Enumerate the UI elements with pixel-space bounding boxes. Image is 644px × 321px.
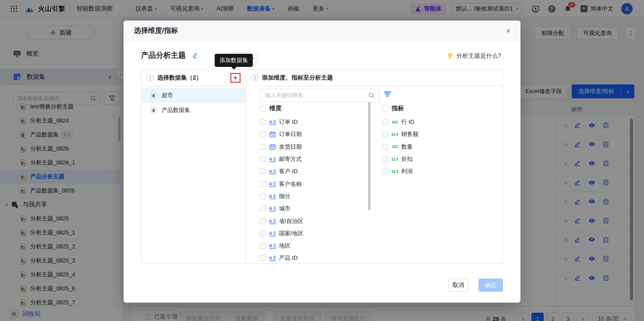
checkbox[interactable] (382, 119, 388, 125)
tooltip-add-dataset: 添加数据集 (215, 54, 253, 67)
select-dim-metric-modal: 选择维度/指标 × 产品分析主题 - 分析主题是什么? 添加数据集 1 选择数据… (124, 20, 520, 303)
confirm-button[interactable]: 确定 (478, 279, 503, 292)
dimension-group-header: 维度 (260, 105, 282, 112)
filter-icon (384, 91, 391, 97)
field-row[interactable]: 12.3销售额 (382, 128, 418, 141)
field-row[interactable]: 12.3折扣 (382, 153, 418, 165)
field-row[interactable]: 12.3利润 (382, 165, 418, 178)
field-row[interactable]: A细分 (260, 190, 304, 203)
field-row[interactable]: 订单日期 (260, 128, 304, 141)
field-search-input[interactable]: 输入关键词搜索 (260, 89, 380, 102)
annotation-highlight: + (230, 73, 240, 82)
field-row[interactable]: 发货日期 (260, 141, 304, 153)
date-field-icon (268, 143, 276, 150)
field-row[interactable]: A客户 ID (260, 165, 304, 178)
dimension-group-checkbox[interactable] (260, 105, 266, 112)
metric-list: 123行 ID 12.3销售额 123数量 12.3折扣 12.3利润 (382, 116, 418, 178)
field-row[interactable]: 123行 ID (382, 116, 418, 128)
svg-text:A: A (269, 194, 272, 198)
modal-header: 选择维度/指标 (124, 20, 520, 41)
svg-text:A: A (269, 256, 272, 260)
integer-field-icon: 123 (391, 120, 399, 124)
svg-text:A: A (269, 218, 272, 223)
date-field-icon (268, 131, 276, 138)
modal-title: 选择维度/指标 (134, 26, 178, 35)
fields-column: 2 添加维度、指标至分析主题 输入关键词搜索 维度 A订单 ID 订单日期 (246, 70, 502, 263)
decimal-field-icon: 12.3 (391, 133, 399, 137)
text-field-icon: A (268, 218, 276, 225)
field-row[interactable]: 123数量 (382, 141, 418, 153)
dataset-icon (150, 92, 157, 99)
svg-text:A: A (269, 231, 272, 236)
cancel-button[interactable]: 取消 (448, 279, 468, 292)
dataset-item-selected[interactable]: 超市 (142, 88, 246, 103)
svg-text:A: A (269, 119, 272, 124)
checkbox[interactable] (382, 168, 388, 175)
decimal-field-icon: 12.3 (391, 157, 399, 161)
checkbox[interactable] (260, 144, 266, 150)
field-row[interactable]: A省/自治区 (260, 215, 304, 227)
screen: 火山引擎 智能数据洞察 仪表盘▾ 可视化查询▾ AI洞察 数据准备▾ 画板 更多… (0, 0, 644, 321)
svg-text:A: A (269, 206, 272, 211)
svg-text:A: A (269, 181, 272, 186)
checkbox[interactable] (260, 218, 266, 224)
field-row[interactable]: A邮寄方式 (260, 153, 304, 165)
help-link[interactable]: 分析主题是什么? (447, 52, 501, 60)
field-row[interactable]: A国家/地区 (260, 227, 304, 240)
checkbox[interactable] (260, 243, 266, 249)
svg-text:A: A (269, 169, 272, 174)
text-field-icon: A (268, 168, 276, 175)
subject-name: 产品分析主题 (141, 50, 186, 60)
decimal-field-icon: 12.3 (391, 170, 399, 174)
text-field-icon: A (268, 193, 276, 200)
checkbox[interactable] (382, 156, 388, 162)
checkbox[interactable] (260, 230, 266, 237)
field-row[interactable]: A客户名称 (260, 178, 304, 190)
checkbox[interactable] (260, 181, 266, 187)
checkbox[interactable] (382, 131, 388, 138)
search-icon (368, 92, 374, 98)
dataset-column: 1 选择数据集（2） + 超市 产品数据集 (142, 70, 246, 263)
close-icon[interactable]: × (504, 27, 512, 35)
steps-panel: 1 选择数据集（2） + 超市 产品数据集 2 (141, 69, 503, 264)
step2-number: 2 (252, 74, 258, 81)
field-row[interactable]: A产品 ID (260, 252, 304, 265)
dimension-list: A订单 ID 订单日期 发货日期 A邮寄方式 A客户 ID A客户名称 A细分 … (260, 116, 304, 264)
checkbox[interactable] (260, 193, 266, 199)
checkbox[interactable] (260, 205, 266, 212)
dataset-icon (150, 107, 157, 114)
step1-number: 1 (147, 74, 154, 81)
text-field-icon: A (268, 119, 276, 126)
metric-group-header: 指标 (382, 105, 404, 112)
checkbox[interactable] (260, 255, 266, 261)
step1-header: 1 选择数据集（2） + (142, 70, 246, 86)
text-field-icon: A (268, 180, 276, 187)
checkbox[interactable] (260, 131, 266, 138)
integer-field-icon: 123 (391, 145, 399, 149)
lightbulb-icon (447, 52, 453, 59)
text-field-icon: A (268, 156, 276, 163)
checkbox[interactable] (260, 168, 266, 175)
field-list-scrollbar[interactable] (368, 102, 371, 210)
field-row[interactable]: A订单 ID (260, 116, 304, 128)
checkbox[interactable] (260, 119, 266, 125)
text-field-icon: A (268, 255, 276, 262)
checkbox[interactable] (260, 156, 266, 162)
field-row[interactable]: A城市 (260, 202, 304, 215)
text-field-icon: A (268, 230, 276, 237)
svg-text:A: A (269, 157, 272, 161)
field-row[interactable]: A地区 (260, 240, 304, 252)
step2-header: 2 添加维度、指标至分析主题 (246, 70, 502, 86)
checkbox[interactable] (382, 144, 388, 150)
dataset-item[interactable]: 产品数据集 (142, 103, 246, 118)
text-field-icon: A (268, 205, 276, 212)
svg-text:A: A (269, 243, 272, 248)
edit-icon[interactable] (192, 52, 198, 59)
metric-group-checkbox[interactable] (382, 105, 388, 112)
add-dataset-button[interactable]: + (233, 74, 238, 81)
text-field-icon: A (268, 242, 276, 249)
field-filter-button[interactable] (384, 91, 391, 97)
